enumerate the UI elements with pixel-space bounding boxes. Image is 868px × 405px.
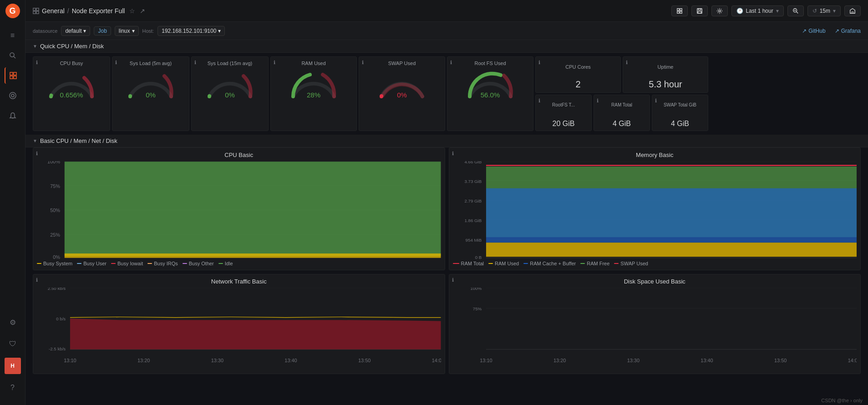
legend-swap-used-mem[interactable]: SWAP Used <box>614 261 648 266</box>
sidebar-item-question[interactable]: ? <box>5 380 21 396</box>
legend-busy-irqs[interactable]: Busy IRQs <box>147 261 178 266</box>
svg-line-1 <box>14 56 15 58</box>
info-icon[interactable]: ℹ <box>115 60 117 66</box>
svg-text:13:50: 13:50 <box>358 358 371 363</box>
info-icon[interactable]: ℹ <box>538 60 540 66</box>
chevron-icon: ▼ <box>33 44 37 49</box>
svg-text:14:00: 14:00 <box>848 358 857 363</box>
info-icon[interactable]: ℹ <box>194 60 196 66</box>
host-select[interactable]: 192.168.152.101:9100 ▾ <box>157 26 225 36</box>
sidebar-item-alerts[interactable] <box>5 107 21 124</box>
save-button[interactable] <box>691 5 708 16</box>
main-content: General / Node Exporter Full ☆ ↗ 🕐 Last … <box>25 0 868 405</box>
svg-text:0%: 0% <box>53 254 60 259</box>
svg-text:-2.5 kb/s: -2.5 kb/s <box>49 346 66 351</box>
legend-ram-free[interactable]: RAM Free <box>580 261 609 266</box>
swap-total-value: 4 GiB <box>671 120 689 128</box>
stat-swap-total: ℹ SWAP Total GiB 4 GiB <box>652 95 708 131</box>
info-icon[interactable]: ℹ <box>36 151 38 157</box>
job-select[interactable]: linux ▾ <box>115 26 139 36</box>
time-range-button[interactable]: 🕐 Last 1 hour ▾ <box>731 5 784 16</box>
star-icon[interactable]: ☆ <box>129 7 135 15</box>
svg-text:14:00: 14:00 <box>432 358 441 363</box>
gauge-ram-used-value: 28% <box>307 91 320 99</box>
svg-rect-18 <box>698 11 701 13</box>
svg-marker-70 <box>70 319 441 349</box>
breadcrumb-dashboard[interactable]: Node Exporter Full <box>72 7 125 15</box>
info-icon[interactable]: ℹ <box>626 60 628 66</box>
svg-text:0 b/s: 0 b/s <box>56 317 66 322</box>
gauge-swap-used: ℹ SWAP Used 0% <box>359 56 445 131</box>
app-logo[interactable]: G <box>5 4 20 18</box>
datasource-select[interactable]: default ▾ <box>61 26 90 36</box>
svg-rect-9 <box>36 8 39 10</box>
svg-text:2.79 GiB: 2.79 GiB <box>464 198 482 203</box>
sidebar-item-dashboards[interactable] <box>5 67 21 84</box>
refresh-button[interactable]: ↺ 15m ▾ <box>807 5 841 16</box>
disk-space-chart: ℹ Disk Space Used Basic 100% 75% 13:10 1… <box>449 274 861 374</box>
stat-cards-area: ℹ CPU Cores 2 ℹ Uptime 5.3 hour ℹ RootFS… <box>535 56 708 131</box>
svg-text:13:20: 13:20 <box>553 358 565 363</box>
legend-busy-system[interactable]: Busy System <box>37 261 72 266</box>
svg-rect-13 <box>680 8 681 10</box>
legend-ram-used[interactable]: RAM Used <box>488 261 519 266</box>
stat-cpu-cores: ℹ CPU Cores 2 <box>535 56 621 93</box>
share-icon[interactable]: ↗ <box>140 7 145 15</box>
svg-rect-12 <box>677 8 679 10</box>
sidebar-item-shield[interactable]: 🛡 <box>5 336 21 352</box>
svg-text:13:30: 13:30 <box>211 358 223 363</box>
add-panel-button[interactable] <box>671 5 688 16</box>
info-icon[interactable]: ℹ <box>655 98 657 104</box>
cpu-chart-body: 100% 75% 50% 25% 0% 13:10 13:20 13:30 1 <box>37 161 441 259</box>
svg-text:4.66 GiB: 4.66 GiB <box>464 161 482 164</box>
info-icon[interactable]: ℹ <box>36 277 38 283</box>
legend-busy-iowait[interactable]: Busy Iowait <box>111 261 143 266</box>
zoom-out-button[interactable] <box>787 5 804 16</box>
gauge-row: ℹ CPU Busy 0.656% ℹ Sys Load (5m avg) <box>25 53 868 135</box>
info-icon[interactable]: ℹ <box>450 60 452 66</box>
memory-basic-chart: ℹ Memory Basic 4.66 GiB 3.73 GiB <box>449 147 861 270</box>
section-quick[interactable]: ▼ Quick CPU / Mem / Disk <box>25 40 868 53</box>
svg-text:13:30: 13:30 <box>627 358 639 363</box>
sidebar-item-search[interactable] <box>5 47 21 64</box>
job-tag: Job <box>94 26 111 35</box>
svg-rect-15 <box>680 11 681 13</box>
gauge-sys-load-5m: ℹ Sys Load (5m avg) 0% <box>112 56 189 131</box>
info-icon[interactable]: ℹ <box>597 98 599 104</box>
job-value: linux <box>119 28 130 34</box>
sidebar-item-settings[interactable]: ⚙ <box>5 314 21 330</box>
time-range-label: Last 1 hour <box>746 8 773 14</box>
sidebar-item-help[interactable]: H <box>5 358 21 374</box>
github-link[interactable]: ↗GitHub <box>802 28 825 34</box>
notification-button[interactable] <box>844 5 861 16</box>
legend-idle[interactable]: Idle <box>218 261 233 266</box>
svg-rect-34 <box>65 162 441 256</box>
section-basic[interactable]: ▼ Basic CPU / Mem / Net / Disk <box>25 135 868 147</box>
info-icon[interactable]: ℹ <box>274 60 275 66</box>
svg-point-0 <box>10 53 14 57</box>
legend-ram-total[interactable]: RAM Total <box>453 261 484 266</box>
section-basic-label: Basic CPU / Mem / Net / Disk <box>40 137 117 144</box>
legend-busy-other[interactable]: Busy Other <box>183 261 214 266</box>
info-icon[interactable]: ℹ <box>452 151 454 157</box>
sidebar-item-menu[interactable]: ≡ <box>5 27 21 44</box>
breadcrumb-general[interactable]: General <box>42 7 65 15</box>
info-icon[interactable]: ℹ <box>452 277 454 283</box>
gauge-sys-load-5m-title: Sys Load (5m avg) <box>117 61 184 66</box>
legend-ram-cache-buffer[interactable]: RAM Cache + Buffer <box>523 261 576 266</box>
info-icon[interactable]: ℹ <box>362 60 364 66</box>
info-icon[interactable]: ℹ <box>36 60 38 66</box>
watermark: CSDN @the › only <box>821 398 863 403</box>
svg-text:25%: 25% <box>50 232 60 238</box>
gauge-cpu-busy-title: CPU Busy <box>38 61 105 66</box>
settings-button[interactable] <box>711 5 728 16</box>
info-icon[interactable]: ℹ <box>538 98 540 104</box>
svg-rect-55 <box>486 188 857 243</box>
ram-total-title: RAM Total <box>599 102 645 107</box>
grafana-link[interactable]: ↗Grafana <box>835 28 861 34</box>
legend-busy-user[interactable]: Busy User <box>77 261 107 266</box>
rootfs-total-title: RootFS T... <box>540 102 587 107</box>
sidebar-item-explore[interactable] <box>5 87 21 104</box>
chevron-icon: ▼ <box>33 138 37 143</box>
ram-total-value: 4 GiB <box>613 120 631 128</box>
